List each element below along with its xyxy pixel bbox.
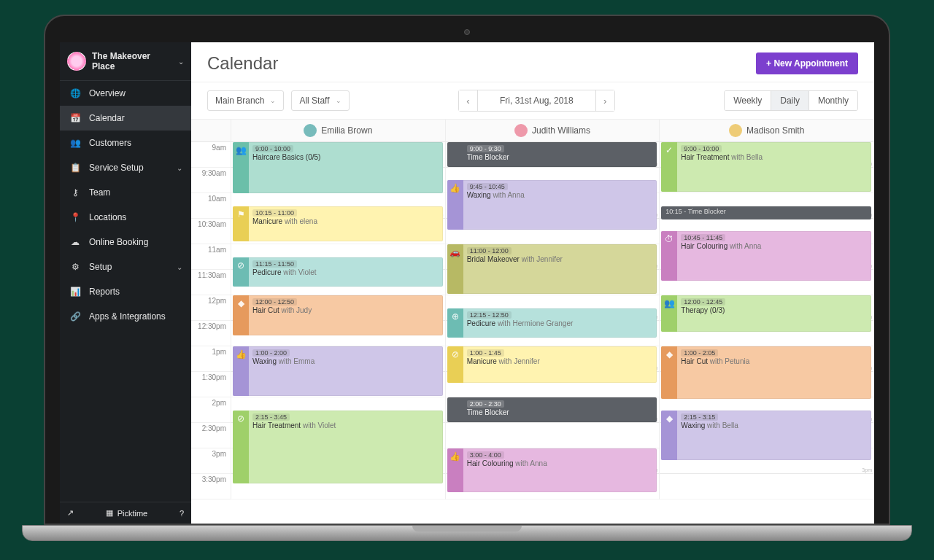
appointment-body: 9:00 - 9:30Time Blocker (463, 142, 657, 167)
branch-dropdown[interactable]: Main Branch ⌄ (207, 90, 284, 111)
appointment-body: 9:00 - 10:00Haircare Basics (0/5) (249, 142, 443, 193)
staff-name: Madison Smith (746, 125, 804, 136)
laptop-camera (464, 29, 470, 35)
appointment-time: 9:00 - 10:00 (681, 145, 722, 152)
staff-column[interactable]: 9am10am11am12pm1pm2pm3pm9:00 - 9:30Time … (446, 142, 660, 499)
appointment-time: 12:15 - 12:50 (467, 311, 512, 319)
nav-icon: 📍 (69, 212, 82, 222)
appointment[interactable]: ✓9:00 - 10:00Hair Treatment with Bella (661, 142, 871, 192)
staff-column-header[interactable]: Judith Williams (446, 120, 660, 142)
appointment-body: 12:00 - 12:50Hair Cut with Judy (249, 295, 443, 335)
appointment-title: Time Blocker (467, 408, 509, 416)
staff-column[interactable]: 9am10am11am12pm1pm2pm3pm👥9:00 - 10:00Hai… (231, 142, 446, 499)
help-icon[interactable]: ? (180, 509, 184, 518)
appointment-icon: ✓ (661, 142, 677, 192)
appointment[interactable]: 👍3:00 - 4:00Hair Colouring with Anna (447, 448, 657, 492)
appointment-icon: ◆ (661, 346, 677, 399)
appointment-with: with Jennifer (522, 255, 563, 263)
appointment[interactable]: ⚑10:15 - 11:00Manicure with elena (233, 206, 443, 241)
view-switch: WeeklyDailyMonthly (724, 90, 858, 111)
appointment-body: 9:00 - 10:00Hair Treatment with Bella (677, 142, 871, 192)
staff-column-header[interactable]: Madison Smith (660, 120, 874, 142)
appointment[interactable]: 👍1:00 - 2:00Waxing with Emma (233, 346, 443, 396)
nav-label: Service Setup (89, 163, 144, 173)
appointment[interactable]: ⊘2:15 - 3:45Hair Treatment with Violet (233, 411, 443, 483)
appointment-icon (447, 142, 463, 167)
sidebar-item-customers[interactable]: 👥Customers (60, 131, 191, 155)
laptop-base (22, 525, 912, 541)
appointment-time: 3:00 - 4:00 (467, 451, 504, 459)
sidebar-item-team[interactable]: ⚷Team (60, 180, 191, 205)
appointment-time: 2:15 - 3:15 (681, 413, 718, 421)
external-link-icon[interactable]: ↗ (67, 508, 74, 518)
time-label: 9am (191, 142, 231, 168)
appointment[interactable]: ⏱10:45 - 11:45Hair Colouring with Anna (661, 231, 871, 281)
view-weekly[interactable]: Weekly (725, 91, 771, 110)
nav-icon: ⚙ (69, 262, 82, 272)
appointment-body: 3:00 - 4:00Hair Colouring with Anna (463, 448, 657, 492)
chevron-down-icon: ⌄ (336, 97, 341, 104)
appointment-body: 2:15 - 3:15Waxing with Bella (677, 411, 871, 460)
staff-dropdown[interactable]: All Staff ⌄ (291, 90, 349, 111)
time-blocker[interactable]: 9:00 - 9:30Time Blocker (447, 142, 657, 167)
appointment-time: 1:00 - 2:05 (681, 349, 718, 357)
appointment-time: 2:15 - 3:45 (252, 413, 290, 421)
current-date[interactable]: Fri, 31st Aug, 2018 (478, 96, 595, 106)
sidebar-item-service-setup[interactable]: 📋Service Setup⌄ (60, 155, 191, 180)
sidebar-item-online-booking[interactable]: ☁Online Booking (60, 230, 191, 254)
view-monthly[interactable]: Monthly (809, 91, 857, 110)
appointment-title: Hair Cut (681, 357, 708, 365)
time-blocker[interactable]: 10:15 - Time Blocker (661, 206, 871, 219)
appointment[interactable]: 🚗11:00 - 12:00Bridal Makeover with Jenni… (447, 244, 657, 294)
view-daily[interactable]: Daily (771, 91, 809, 110)
sidebar-item-apps-integrations[interactable]: 🔗Apps & Integrations (60, 304, 191, 329)
sidebar-item-reports[interactable]: 📊Reports (60, 279, 191, 304)
time-label: 3:30pm (191, 474, 231, 499)
appointment-icon: ⊘ (233, 411, 249, 483)
appointment[interactable]: ◆2:15 - 3:15Waxing with Bella (661, 411, 871, 460)
appointment[interactable]: ⊘11:15 - 11:50Pedicure with Violet (233, 257, 443, 287)
appointment[interactable]: 👥9:00 - 10:00Haircare Basics (0/5) (233, 142, 443, 193)
appointment[interactable]: ◆12:00 - 12:50Hair Cut with Judy (233, 295, 443, 335)
appointment-body: 1:00 - 2:05Hair Cut with Petunia (677, 346, 871, 399)
appointment-title: Pedicure (467, 319, 495, 327)
appointment-title: Therapy (0/3) (681, 306, 725, 314)
appointment-time: 2:00 - 2:30 (467, 400, 504, 408)
appointment[interactable]: 👍9:45 - 10:45Waxing with Anna (447, 180, 657, 230)
appointment[interactable]: ⊕12:15 - 12:50Pedicure with Hermione Gra… (447, 308, 657, 338)
sidebar-item-locations[interactable]: 📍Locations (60, 205, 191, 230)
next-day-button[interactable]: › (595, 90, 614, 111)
toolbar: Main Branch ⌄ All Staff ⌄ ‹ Fri, 31st Au… (191, 82, 874, 120)
appointment-title: Hair Colouring (681, 242, 727, 250)
appointment-body: 12:00 - 12:45Therapy (0/3) (677, 295, 871, 332)
appointment[interactable]: ◆1:00 - 2:05Hair Cut with Petunia (661, 346, 871, 399)
prev-day-button[interactable]: ‹ (459, 90, 478, 111)
new-appointment-button[interactable]: + New Appointment (756, 52, 858, 74)
appointment[interactable]: ⊘1:00 - 1:45Manicure with Jennifer (447, 346, 657, 383)
sidebar-item-setup[interactable]: ⚙Setup⌄ (60, 254, 191, 279)
time-label: 1pm (191, 346, 231, 372)
appointment-icon: ⊘ (447, 346, 463, 383)
appointment-title: Hair Treatment (681, 153, 729, 161)
appointment-title: Bridal Makeover (467, 255, 520, 263)
appointment-time: 12:00 - 12:50 (252, 298, 297, 306)
time-label: 2:30pm (191, 423, 231, 448)
time-column: 9am9:30am10am10:30am11am11:30am12pm12:30… (191, 142, 231, 499)
appointment[interactable]: 👥12:00 - 12:45Therapy (0/3) (661, 295, 871, 332)
staff-column-header[interactable]: Emilia Brown (231, 120, 446, 142)
nav-label: Setup (89, 262, 112, 272)
chevron-down-icon: ⌄ (270, 97, 276, 104)
appointment-time: 11:00 - 12:00 (467, 247, 512, 254)
appointment-icon: ⚑ (233, 206, 249, 241)
staff-column[interactable]: 9am10am11am12pm1pm2pm3pm✓9:00 - 10:00Hai… (660, 142, 874, 499)
workspace-switcher[interactable]: The Makeover Place ⌄ (60, 42, 191, 81)
avatar-icon (304, 124, 317, 137)
brand[interactable]: ▦ Picktime (81, 508, 172, 518)
sidebar-item-calendar[interactable]: 📅Calendar (60, 106, 191, 131)
calendar-grid[interactable]: Emilia BrownJudith WilliamsMadison Smith… (191, 120, 874, 524)
appointment-with: with Anna (515, 459, 547, 467)
appointment-with: with Hermione Granger (498, 319, 573, 327)
sidebar-item-overview[interactable]: 🌐Overview (60, 81, 191, 106)
time-blocker[interactable]: 2:00 - 2:30Time Blocker (447, 397, 657, 422)
appointment-body: 11:00 - 12:00Bridal Makeover with Jennif… (463, 244, 657, 294)
